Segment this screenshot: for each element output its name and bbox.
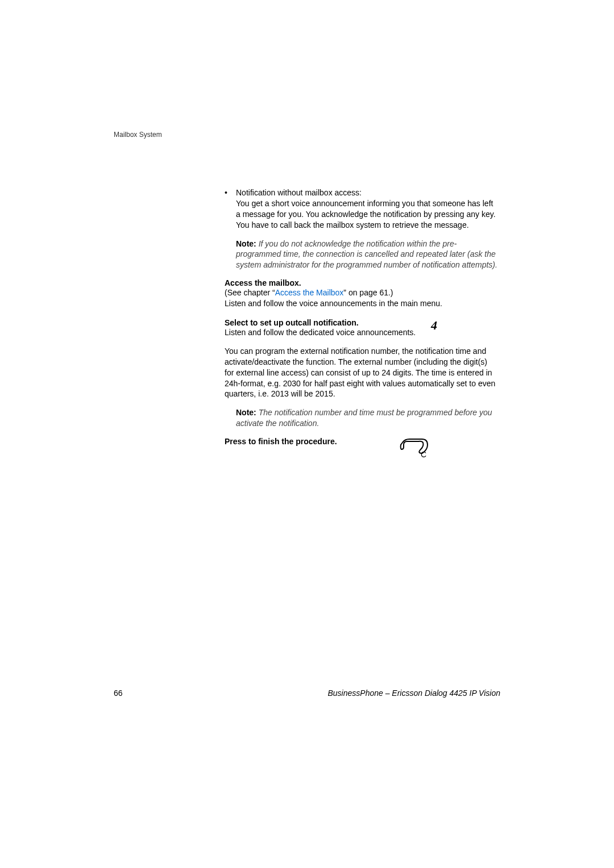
access-prefix: (See chapter “ (225, 288, 275, 297)
step-number-4: 4 (431, 318, 437, 333)
note-block-2: Note: The notification number and time m… (236, 407, 497, 429)
bullet-description: You get a short voice announcement infor… (236, 199, 496, 229)
page-footer: 66 BusinessPhone – Ericsson Dialog 4425 … (114, 688, 500, 698)
section-header: Mailbox System (114, 131, 162, 139)
bullet-item: • Notification without mailbox access: Y… (225, 187, 497, 231)
finish-heading: Press to finish the procedure. (225, 437, 497, 446)
access-line-1: (See chapter “Access the Mailbox” on pag… (225, 287, 497, 298)
step4-body: Listen and follow the dedicated voice an… (225, 327, 497, 338)
note-block-1: Note: If you do not acknowledge the noti… (236, 239, 497, 271)
step4-heading: Select to set up outcall notification. (225, 318, 497, 327)
page-number: 66 (114, 688, 123, 698)
access-heading: Access the mailbox. (225, 278, 497, 287)
note-text: If you do not acknowledge the notificati… (236, 239, 497, 270)
bullet-title: Notification without mailbox access: (236, 188, 362, 197)
note-label-2: Note: (236, 408, 256, 417)
access-suffix: ” on page 61.) (343, 288, 393, 297)
note-text-2: The notification number and time must be… (236, 408, 492, 428)
bullet-marker: • (225, 187, 236, 198)
handset-icon-label: C (421, 450, 426, 458)
step4-paragraph: You can program the external notificatio… (225, 346, 497, 399)
access-line-2: Listen and follow the voice announcement… (225, 298, 497, 309)
note-label: Note: (236, 239, 256, 248)
bullet-body: Notification without mailbox access: You… (236, 187, 497, 231)
access-link[interactable]: Access the Mailbox (275, 288, 344, 297)
footer-title: BusinessPhone – Ericsson Dialog 4425 IP … (327, 688, 500, 698)
handset-icon: C (399, 437, 432, 461)
